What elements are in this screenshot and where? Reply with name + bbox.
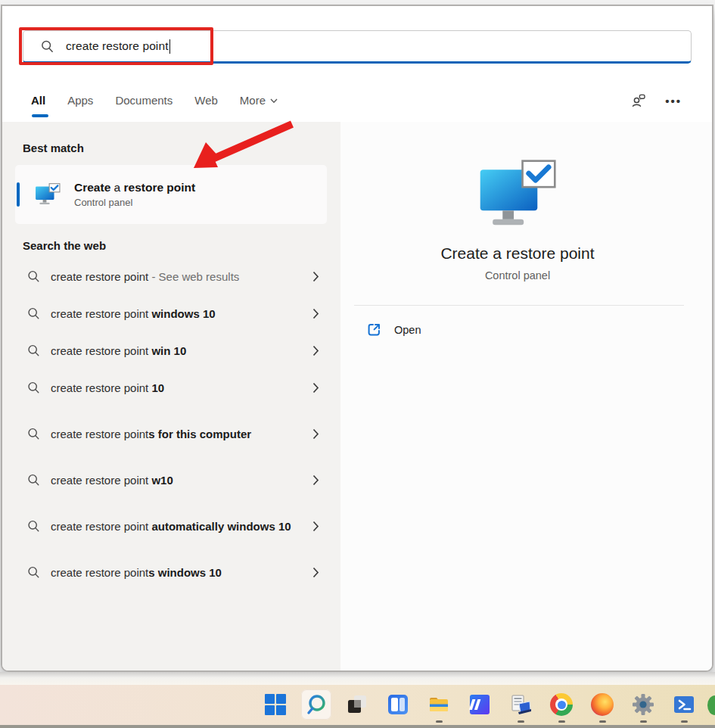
task-view-button[interactable]	[342, 689, 372, 720]
running-indicator	[518, 720, 524, 723]
suggestion-text: create restore point win 10	[51, 342, 312, 359]
media-app-button[interactable]	[465, 689, 495, 720]
search-icon	[26, 473, 41, 487]
result-preview-panel: Create a restore point Control panel Ope…	[340, 122, 712, 670]
chevron-down-icon	[270, 98, 278, 104]
suggestion-text: create restore point windows 10	[51, 305, 312, 322]
taskbar-search-button[interactable]	[301, 689, 331, 720]
web-suggestion[interactable]: create restore point w10	[2, 462, 340, 499]
start-button[interactable]	[260, 689, 291, 720]
text-caret	[169, 39, 171, 54]
best-match-subtitle: Control panel	[74, 197, 195, 208]
search-flyout-window: create restore point All Apps Documents …	[1, 5, 713, 672]
account-feedback-icon[interactable]	[630, 92, 647, 109]
preview-title: Create a restore point	[347, 244, 689, 263]
tab-more-label: More	[240, 94, 266, 107]
web-suggestion[interactable]: create restore point 10	[2, 369, 340, 406]
search-icon	[26, 381, 41, 395]
open-label: Open	[394, 324, 421, 336]
running-indicator	[681, 720, 688, 723]
web-suggestion[interactable]: create restore points windows 10	[2, 554, 340, 591]
more-options-icon[interactable]: •••	[665, 95, 682, 107]
web-suggestions-list: create restore point - See web results c…	[2, 258, 340, 591]
restore-point-monitor-icon-large	[475, 160, 560, 229]
tab-all[interactable]: All	[31, 94, 45, 108]
suggestion-text: create restore point automatically windo…	[51, 518, 312, 535]
tab-apps[interactable]: Apps	[67, 94, 93, 108]
suggestion-text: create restore point w10	[51, 471, 312, 489]
search-the-web-header: Search the web	[2, 239, 340, 252]
divider	[354, 305, 684, 306]
search-results-body: Best match	[2, 122, 712, 670]
chevron-right-icon[interactable]	[312, 567, 319, 578]
search-icon	[26, 269, 41, 284]
web-suggestion[interactable]: create restore point win 10	[2, 332, 340, 369]
chevron-right-icon[interactable]	[312, 345, 319, 356]
open-action[interactable]: Open	[347, 322, 689, 338]
search-icon	[40, 39, 54, 54]
windows-start-icon	[264, 693, 287, 716]
restore-point-monitor-icon	[35, 183, 61, 206]
results-list-panel: Best match	[2, 122, 340, 670]
preview-content: Create a restore point Control panel Ope…	[347, 122, 689, 338]
suggestion-text: create restore points for this computer	[51, 425, 312, 443]
widgets-button[interactable]	[383, 689, 413, 720]
file-explorer-button[interactable]	[424, 689, 454, 720]
best-match-texts: Create a restore point Control panel	[74, 181, 195, 208]
search-query-text: create restore point	[66, 39, 169, 53]
search-input[interactable]: create restore point	[23, 30, 692, 64]
taskbar	[0, 685, 715, 725]
chevron-right-icon[interactable]	[312, 382, 319, 394]
system-properties-icon	[509, 693, 532, 716]
open-external-icon	[366, 322, 382, 338]
settings-button[interactable]	[628, 689, 658, 720]
suggestion-text: create restore points windows 10	[51, 564, 312, 581]
chevron-right-icon[interactable]	[312, 474, 319, 486]
web-suggestion[interactable]: create restore points for this computer	[2, 406, 340, 462]
search-icon	[26, 427, 41, 441]
search-filter-tabs: All Apps Documents Web More	[2, 84, 712, 117]
chrome-icon	[550, 693, 573, 716]
chevron-right-icon[interactable]	[312, 271, 319, 282]
widgets-icon	[387, 693, 409, 716]
running-indicator	[436, 720, 443, 723]
suggestion-text: create restore point 10	[51, 379, 312, 397]
chevron-right-icon[interactable]	[312, 521, 319, 532]
system-properties-button[interactable]	[505, 689, 536, 720]
partial-app-icon	[707, 695, 715, 715]
web-suggestion[interactable]: create restore point automatically windo…	[2, 499, 340, 554]
best-match-result[interactable]: Create a restore point Control panel	[15, 165, 327, 224]
web-suggestion[interactable]: create restore point - See web results	[2, 258, 340, 295]
powershell-button[interactable]	[669, 689, 699, 720]
preview-subtitle: Control panel	[347, 269, 689, 282]
search-icon	[26, 519, 41, 534]
screen-bottom-edge	[0, 725, 715, 728]
selection-accent-bar	[17, 182, 20, 207]
desktop-area	[0, 672, 715, 685]
running-indicator	[558, 720, 565, 723]
chrome-button[interactable]	[546, 689, 577, 720]
tab-documents[interactable]: Documents	[115, 94, 173, 108]
search-icon	[26, 565, 41, 580]
search-icon	[26, 306, 41, 321]
taskbar-icons	[260, 689, 699, 720]
tab-more[interactable]: More	[240, 94, 278, 108]
search-icon	[305, 693, 328, 716]
best-match-header: Best match	[2, 142, 340, 154]
suggestion-text: create restore point - See web results	[51, 268, 312, 285]
search-icon	[26, 344, 41, 358]
header-actions: •••	[630, 92, 712, 109]
firefox-icon	[591, 693, 614, 716]
task-view-icon	[346, 693, 368, 716]
web-suggestion[interactable]: create restore point windows 10	[2, 295, 340, 332]
chevron-right-icon[interactable]	[312, 308, 319, 319]
running-indicator	[599, 720, 606, 723]
file-explorer-icon	[427, 693, 450, 716]
powershell-icon	[673, 693, 695, 716]
running-indicator	[640, 720, 647, 723]
tab-web[interactable]: Web	[194, 94, 218, 108]
media-app-icon	[468, 693, 491, 716]
chevron-right-icon[interactable]	[312, 428, 319, 440]
firefox-button[interactable]	[587, 689, 617, 720]
best-match-title: Create a restore point	[74, 181, 195, 194]
